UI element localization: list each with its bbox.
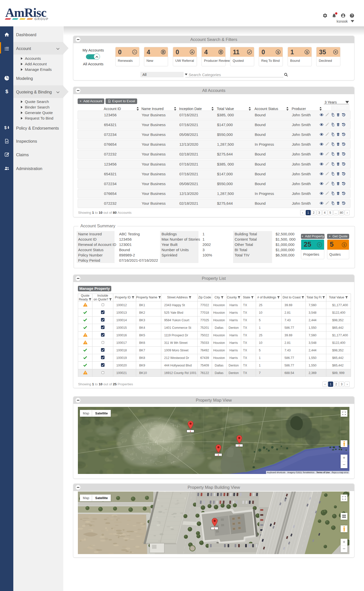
svg-text:$: $ — [5, 89, 8, 94]
svg-text:$: $ — [4, 126, 7, 130]
